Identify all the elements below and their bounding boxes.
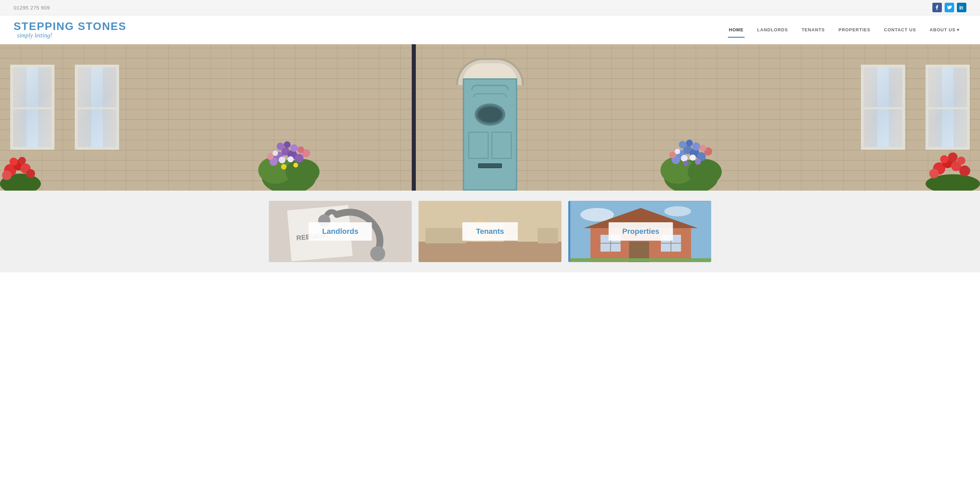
door-oval-window bbox=[475, 104, 505, 126]
nav-contact[interactable]: CONTACT US bbox=[877, 24, 923, 36]
svg-point-28 bbox=[686, 140, 693, 147]
door-surround bbox=[456, 58, 524, 191]
svg-point-27 bbox=[679, 141, 686, 148]
chevron-down-icon: ▾ bbox=[957, 27, 959, 32]
svg-point-35 bbox=[700, 145, 706, 151]
svg-point-51 bbox=[959, 166, 970, 176]
card-landlords-label: Landlords bbox=[309, 222, 372, 241]
main-nav: HOME LANDLORDS TENANTS PROPERTIES CONTAC… bbox=[722, 24, 966, 36]
svg-point-36 bbox=[695, 159, 701, 165]
svg-point-8 bbox=[277, 143, 284, 150]
svg-point-13 bbox=[272, 150, 278, 156]
svg-point-43 bbox=[26, 169, 35, 178]
svg-point-21 bbox=[688, 159, 722, 185]
flowers-right bbox=[657, 123, 725, 191]
social-icons bbox=[932, 3, 966, 12]
front-door bbox=[463, 78, 517, 191]
svg-point-53 bbox=[948, 153, 958, 162]
card-tenants[interactable]: Tenants bbox=[418, 201, 562, 262]
flowers-far-right bbox=[926, 143, 980, 191]
card-tenants-label: Tenants bbox=[463, 222, 518, 241]
window-left-1 bbox=[10, 65, 54, 150]
svg-point-50 bbox=[929, 169, 939, 179]
top-bar: 01295 275 909 bbox=[0, 0, 980, 15]
svg-point-31 bbox=[690, 155, 696, 161]
svg-point-58 bbox=[370, 246, 385, 261]
cards-section: REEMENT Landlords bbox=[0, 191, 980, 272]
svg-rect-68 bbox=[538, 228, 558, 243]
svg-point-9 bbox=[284, 141, 291, 148]
svg-point-54 bbox=[957, 156, 966, 165]
window-right-1 bbox=[861, 65, 905, 150]
card-properties-label: Properties bbox=[609, 222, 673, 241]
letterbox bbox=[478, 163, 502, 168]
card-properties[interactable]: Properties bbox=[568, 201, 711, 262]
svg-rect-67 bbox=[425, 228, 466, 243]
flowers-far-left bbox=[0, 147, 41, 191]
window-right-2 bbox=[926, 65, 970, 150]
svg-point-10 bbox=[290, 144, 298, 152]
svg-point-14 bbox=[267, 153, 274, 160]
nav-home[interactable]: HOME bbox=[722, 24, 750, 36]
facebook-icon[interactable] bbox=[932, 3, 942, 12]
svg-rect-81 bbox=[570, 258, 711, 262]
svg-point-37 bbox=[683, 161, 689, 166]
logo-main: STEPPING STONES bbox=[14, 21, 127, 32]
svg-point-17 bbox=[281, 164, 286, 169]
svg-point-42 bbox=[2, 171, 11, 180]
card-landlords[interactable]: REEMENT Landlords bbox=[269, 201, 412, 262]
svg-point-2 bbox=[285, 159, 320, 185]
twitter-icon[interactable] bbox=[945, 3, 954, 12]
svg-point-71 bbox=[664, 206, 691, 217]
window-left-2 bbox=[75, 65, 119, 150]
linkedin-icon[interactable] bbox=[957, 3, 966, 12]
nav-tenants[interactable]: TENANTS bbox=[795, 24, 832, 36]
svg-point-29 bbox=[692, 142, 700, 150]
svg-point-52 bbox=[940, 155, 948, 163]
svg-point-16 bbox=[298, 147, 304, 153]
svg-point-32 bbox=[675, 149, 680, 154]
svg-rect-66 bbox=[418, 242, 562, 262]
nav-landlords[interactable]: LANDLORDS bbox=[750, 24, 795, 36]
nav-properties[interactable]: PROPERTIES bbox=[832, 24, 877, 36]
svg-point-44 bbox=[10, 158, 18, 166]
svg-point-45 bbox=[18, 157, 26, 164]
logo[interactable]: STEPPING STONES simply letting! bbox=[14, 21, 127, 39]
svg-point-30 bbox=[681, 155, 688, 162]
header: STEPPING STONES simply letting! HOME LAN… bbox=[0, 15, 980, 44]
svg-point-7 bbox=[295, 154, 304, 163]
svg-point-11 bbox=[279, 156, 285, 163]
drainpipe-left bbox=[412, 44, 416, 191]
nav-about[interactable]: ABOUT US ▾ bbox=[923, 24, 966, 36]
svg-point-18 bbox=[293, 163, 298, 167]
logo-sub: simply letting! bbox=[17, 32, 127, 39]
svg-point-33 bbox=[669, 151, 676, 158]
hero-section bbox=[0, 44, 980, 191]
svg-point-12 bbox=[288, 156, 294, 163]
door-panels bbox=[468, 132, 512, 159]
phone-number: 01295 275 909 bbox=[14, 5, 50, 11]
flowers-left bbox=[255, 123, 323, 191]
